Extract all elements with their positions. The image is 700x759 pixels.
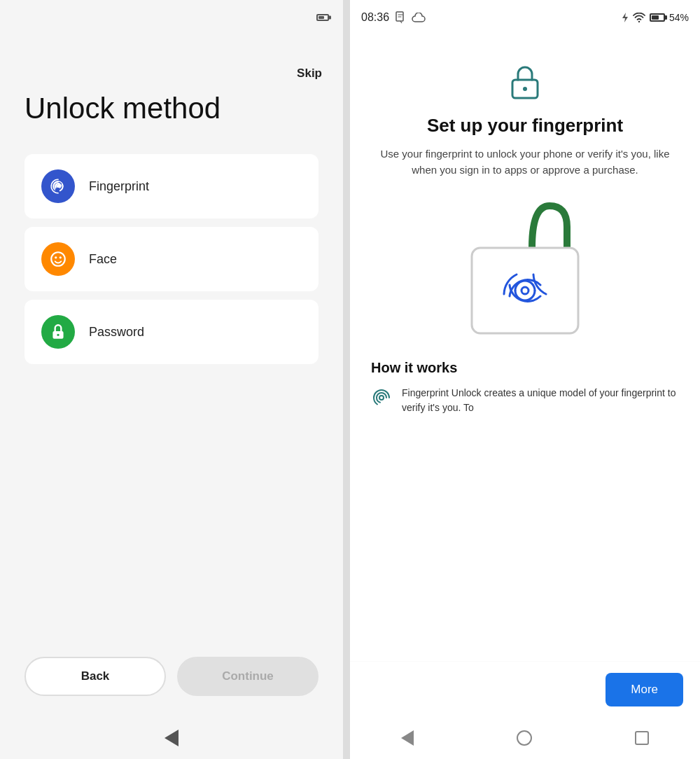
battery-icon xyxy=(316,14,329,21)
fingerprint-icon-circle xyxy=(41,169,75,203)
bottom-buttons: Back Continue xyxy=(0,643,343,717)
continue-button[interactable]: Continue xyxy=(177,657,318,696)
wifi-icon xyxy=(633,13,645,22)
cloud-status-icon xyxy=(412,13,426,22)
svg-point-3 xyxy=(55,257,57,259)
setup-title: Set up your fingerprint xyxy=(427,115,623,137)
skip-button[interactable]: Skip xyxy=(297,67,322,81)
system-back-arrow[interactable] xyxy=(164,730,178,746)
svg-rect-12 xyxy=(472,248,578,333)
status-left: 08:36 xyxy=(361,11,426,24)
setup-description: Use your fingerprint to unlock your phon… xyxy=(371,146,679,178)
fp-small-icon xyxy=(371,387,392,411)
right-content: Set up your fingerprint Use your fingerp… xyxy=(350,35,700,661)
face-icon-circle xyxy=(41,242,75,276)
right-status-bar: 08:36 xyxy=(350,0,700,35)
battery-percentage: 54% xyxy=(669,12,689,23)
password-icon-circle xyxy=(41,315,75,349)
page-title: Unlock method xyxy=(0,35,343,154)
left-nav-bar xyxy=(0,717,343,759)
status-right: 54% xyxy=(622,12,689,23)
fingerprint-illustration xyxy=(455,199,595,339)
svg-point-4 xyxy=(59,257,62,259)
more-button[interactable]: More xyxy=(606,673,683,706)
fingerprint-option-label: Fingerprint xyxy=(89,179,149,194)
nav-back-button[interactable] xyxy=(401,730,414,746)
face-option-label: Face xyxy=(89,252,117,267)
svg-point-5 xyxy=(51,253,65,267)
fingerprint-option[interactable]: Fingerprint xyxy=(24,154,318,218)
password-option-label: Password xyxy=(89,325,144,340)
svg-point-11 xyxy=(523,87,527,91)
right-nav-bar xyxy=(350,717,700,759)
how-it-works-title: How it works xyxy=(371,360,679,376)
page-status-icon xyxy=(395,11,406,24)
status-time: 08:36 xyxy=(361,11,389,24)
left-status-bar xyxy=(0,0,343,35)
face-option[interactable]: Face xyxy=(24,227,318,291)
unlock-options-list: Fingerprint Face Password xyxy=(0,154,343,372)
password-option[interactable]: Password xyxy=(24,300,318,364)
battery-indicator xyxy=(650,13,665,22)
lock-icon-top xyxy=(508,63,542,104)
back-button[interactable]: Back xyxy=(24,657,166,696)
nav-home-icon xyxy=(517,730,532,746)
nav-home-button[interactable] xyxy=(517,730,532,746)
right-bottom-bar: More xyxy=(350,661,700,717)
nav-recents-icon xyxy=(635,731,649,745)
how-it-works-item: Fingerprint Unlock creates a unique mode… xyxy=(371,386,679,415)
svg-point-9 xyxy=(638,21,640,22)
flash-icon xyxy=(622,12,629,23)
right-panel: 08:36 xyxy=(350,0,700,759)
nav-recents-button[interactable] xyxy=(635,731,649,745)
how-it-works-text: Fingerprint Unlock creates a unique mode… xyxy=(402,386,679,415)
svg-point-7 xyxy=(57,334,59,336)
nav-back-icon xyxy=(401,730,414,746)
how-it-works-section: How it works Fingerprint Unlock creates … xyxy=(371,360,679,415)
svg-point-14 xyxy=(379,396,384,400)
panel-divider xyxy=(343,0,350,759)
left-panel: Skip Unlock method xyxy=(0,0,343,759)
